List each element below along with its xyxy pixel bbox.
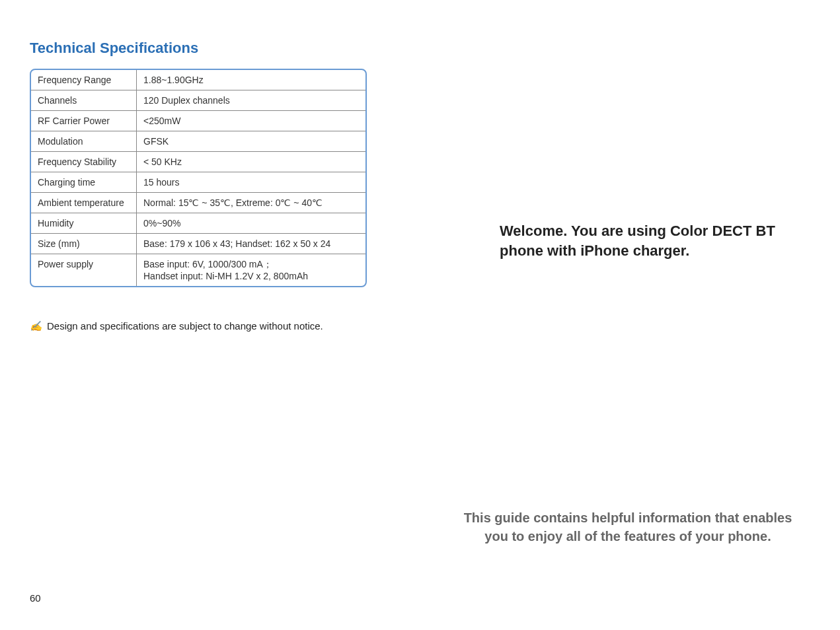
- spec-label: Humidity: [31, 213, 137, 233]
- spec-value: Base: 179 x 106 x 43; Handset: 162 x 50 …: [137, 234, 365, 254]
- spec-label: Frequency Range: [31, 70, 137, 90]
- table-row: Channels120 Duplex channels: [31, 90, 365, 111]
- spec-value: 120 Duplex channels: [137, 90, 365, 110]
- spec-table: Frequency Range1.88~1.90GHzChannels120 D…: [30, 69, 367, 287]
- table-row: RF Carrier Power<250mW: [31, 111, 365, 131]
- table-row: ModulationGFSK: [31, 131, 365, 152]
- spec-label: Power supply: [31, 254, 137, 286]
- welcome-text: Welcome. You are using Color DECT BT pho…: [500, 221, 777, 260]
- table-row: Frequency Stability< 50 KHz: [31, 152, 365, 172]
- spec-value: GFSK: [137, 131, 365, 151]
- note-text: Design and specifications are subject to…: [47, 320, 323, 332]
- spec-value: Base input: 6V, 1000/300 mA； Handset inp…: [137, 254, 365, 286]
- spec-value: 0%~90%: [137, 213, 365, 233]
- spec-label: Modulation: [31, 131, 137, 151]
- spec-label: RF Carrier Power: [31, 111, 137, 131]
- spec-label: Size (mm): [31, 234, 137, 254]
- spec-value: 15 hours: [137, 172, 365, 192]
- guide-note: This guide contains helpful information …: [463, 508, 793, 545]
- table-row: Power supplyBase input: 6V, 1000/300 mA；…: [31, 254, 365, 286]
- page-number: 60: [30, 592, 41, 604]
- spec-value: < 50 KHz: [137, 152, 365, 172]
- spec-value: 1.88~1.90GHz: [137, 70, 365, 90]
- table-row: Humidity0%~90%: [31, 213, 365, 234]
- spec-note: ✍ Design and specifications are subject …: [30, 320, 400, 332]
- table-row: Charging time15 hours: [31, 172, 365, 193]
- spec-label: Ambient temperature: [31, 193, 137, 213]
- pencil-icon: ✍: [30, 320, 43, 332]
- spec-label: Channels: [31, 90, 137, 110]
- table-row: Frequency Range1.88~1.90GHz: [31, 70, 365, 90]
- spec-label: Charging time: [31, 172, 137, 192]
- spec-value: Normal: 15℃ ~ 35℃, Extreme: 0℃ ~ 40℃: [137, 193, 365, 213]
- section-title: Technical Specifications: [30, 40, 400, 57]
- spec-value: <250mW: [137, 111, 365, 131]
- table-row: Size (mm)Base: 179 x 106 x 43; Handset: …: [31, 234, 365, 254]
- spec-label: Frequency Stability: [31, 152, 137, 172]
- table-row: Ambient temperatureNormal: 15℃ ~ 35℃, Ex…: [31, 193, 365, 213]
